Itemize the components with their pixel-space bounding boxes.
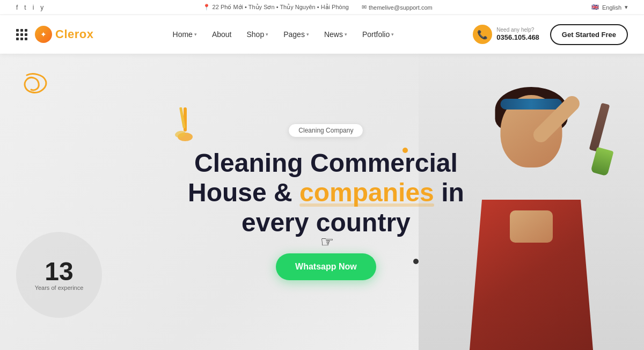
chevron-down-icon: ▾ <box>391 32 394 37</box>
top-bar-info: 📍 22 Phố Mới • Thủy Sơn • Thủy Nguyên • … <box>203 4 433 11</box>
phone-block: 📞 Need any help? 0356.105.468 <box>473 25 539 44</box>
hero-section: 13 Years of experince Cleaning Company C… <box>0 54 644 350</box>
nav-link-news[interactable]: News ▾ <box>324 30 347 39</box>
twitter-icon[interactable]: t <box>24 4 26 11</box>
hero-title-line2-after: in <box>434 178 464 207</box>
nav-menu: Home ▾ About Shop ▾ Pages ▾ News ▾ <box>173 30 394 39</box>
youtube-icon[interactable]: y <box>40 4 43 11</box>
nav-link-home[interactable]: Home ▾ <box>173 30 197 39</box>
hero-content: Cleaning Company Cleaning Commercial Hou… <box>188 123 464 280</box>
nav-link-about[interactable]: About <box>212 30 232 39</box>
social-links[interactable]: f t i y <box>16 4 43 11</box>
top-bar: f t i y 📍 22 Phố Mới • Thủy Sơn • Thủy N… <box>0 0 644 15</box>
nav-link-portfolio[interactable]: Portfolio ▾ <box>362 30 394 39</box>
nav-item-pages[interactable]: Pages ▾ <box>283 30 309 39</box>
address-text: 22 Phố Mới • Thủy Sơn • Thủy Nguyên • Hả… <box>213 4 349 11</box>
hero-title-line3: every country <box>241 208 411 237</box>
nav-item-shop[interactable]: Shop ▾ <box>246 30 268 39</box>
hero-title: Cleaning Commercial House & companies in… <box>188 148 464 237</box>
phone-icon: 📞 <box>473 25 492 44</box>
whatsapp-button[interactable]: Whatsapp Now <box>276 253 376 280</box>
nav-link-pages[interactable]: Pages ▾ <box>283 30 309 39</box>
nav-item-about[interactable]: About <box>212 30 232 39</box>
logo-text-clerox: Clerox <box>55 27 93 41</box>
location-icon: 📍 <box>203 4 210 11</box>
hero-badge: Cleaning Company <box>288 123 363 137</box>
hero-title-line1: Cleaning Commercial <box>194 149 458 177</box>
nav-item-news[interactable]: News ▾ <box>324 30 347 39</box>
cursor-icon: ☞ <box>320 233 334 251</box>
nav-item-home[interactable]: Home ▾ <box>173 30 197 39</box>
facebook-icon[interactable]: f <box>16 4 18 11</box>
get-started-button[interactable]: Get Started Free <box>550 24 628 45</box>
language-selector[interactable]: 🇬🇧 English ▾ <box>591 4 628 11</box>
flag-icon: 🇬🇧 <box>591 4 599 11</box>
hero-title-line2-before: House & <box>188 178 299 207</box>
yellow-swirl-decoration <box>21 70 64 102</box>
nav-link-shop[interactable]: Shop ▾ <box>246 30 268 39</box>
years-experience-badge: 13 Years of experince <box>16 232 102 318</box>
years-label: Years of experince <box>35 285 84 291</box>
chevron-down-icon: ▾ <box>625 4 628 11</box>
address-info: 📍 22 Phố Mới • Thủy Sơn • Thủy Nguyên • … <box>203 4 349 11</box>
chevron-down-icon: ▾ <box>345 32 347 37</box>
years-number: 13 <box>45 259 73 285</box>
logo-text: Clerox <box>55 27 93 41</box>
phone-number: 0356.105.468 <box>496 33 539 42</box>
navbar: Clerox Home ▾ About Shop ▾ Pages ▾ <box>0 15 644 54</box>
language-text: English <box>602 4 621 11</box>
svg-point-3 <box>174 130 186 138</box>
phone-info: Need any help? 0356.105.468 <box>496 27 539 42</box>
logo[interactable]: Clerox <box>35 26 93 43</box>
navbar-right: 📞 Need any help? 0356.105.468 Get Starte… <box>473 24 628 45</box>
logo-icon <box>35 26 52 43</box>
need-help-text: Need any help? <box>496 27 539 33</box>
svg-rect-2 <box>179 107 186 128</box>
svg-rect-0 <box>184 107 187 132</box>
nav-item-portfolio[interactable]: Portfolio ▾ <box>362 30 394 39</box>
chevron-down-icon: ▾ <box>194 32 197 37</box>
email-info: ✉ themelive@support.com <box>362 4 433 11</box>
chevron-down-icon: ▾ <box>306 32 309 37</box>
chevron-down-icon: ▾ <box>266 32 268 37</box>
hero-title-highlight: companies <box>299 178 434 207</box>
instagram-icon[interactable]: i <box>33 4 34 11</box>
navbar-left: Clerox <box>16 26 93 43</box>
email-icon: ✉ <box>362 4 367 11</box>
email-text: themelive@support.com <box>369 4 433 11</box>
grid-menu-icon[interactable] <box>16 29 27 40</box>
